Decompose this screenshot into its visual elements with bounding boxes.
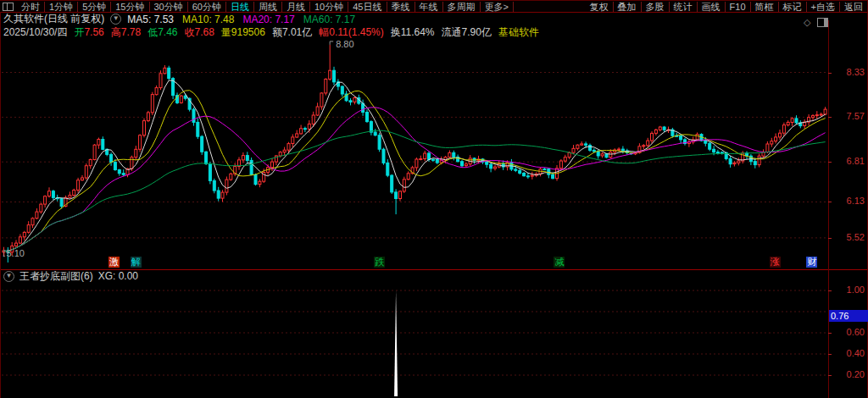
quote-bar: 2025/10/30/四 开7.56高7.78低7.46收7.68量919506… — [3, 26, 539, 39]
stock-title: 久其软件(日线 前复权) — [3, 12, 104, 26]
toolbar-button-5[interactable]: F10 — [726, 2, 751, 12]
sub-indicator-value: XG: 0.00 — [98, 270, 138, 282]
axis-tick — [828, 162, 832, 163]
sub-indicator-title: 王者抄底副图(6) — [19, 269, 93, 284]
toolbar-button-2[interactable]: 多股 — [642, 2, 670, 12]
indicator-axis-label: 0.40 — [831, 348, 865, 358]
candlestick-plot[interactable] — [0, 40, 828, 269]
stock-app-window: 分时1分钟5分钟15分钟30分钟60分钟日线周线月线10分钟45日线季线年线多周… — [0, 0, 868, 398]
toolbar-button-6[interactable]: 简框 — [751, 2, 779, 12]
low-price-marker: ↓5.10 — [2, 249, 25, 258]
highlighted-axis-value: 0.76 — [829, 310, 868, 322]
quote-field: 额7.01亿 — [272, 25, 312, 40]
chevron-down-icon[interactable]: ▼ — [3, 271, 14, 282]
toolbar-button-7[interactable]: 标记 — [779, 2, 807, 12]
period-tabs: 分时1分钟5分钟15分钟30分钟60分钟日线周线月线10分钟45日线季线年线多周… — [17, 2, 514, 12]
signal-marker: 解 — [131, 257, 142, 268]
price-axis-label: 8.33 — [831, 67, 865, 77]
period-tab-4[interactable]: 30分钟 — [150, 2, 188, 12]
signal-marker: 减 — [554, 257, 565, 268]
signal-marker: 跌 — [374, 257, 385, 268]
axis-tick — [828, 202, 832, 202]
diamond-icon[interactable]: ◇ — [804, 18, 810, 27]
signal-marker: 激 — [108, 257, 120, 268]
indicator-axis-label: 1.00 — [831, 285, 865, 295]
corner-icons: ◇ — [804, 18, 828, 27]
quote-field: 量919506 — [221, 25, 265, 40]
period-toolbar: 分时1分钟5分钟15分钟30分钟60分钟日线周线月线10分钟45日线季线年线多周… — [0, 0, 868, 13]
period-tab-8[interactable]: 月线 — [282, 2, 310, 12]
sector-link[interactable]: 基础软件 — [498, 25, 539, 40]
sub-indicator-chart[interactable] — [0, 283, 828, 398]
period-tab-0[interactable]: 分时 — [17, 2, 45, 12]
toolbar-button-4[interactable]: 画线 — [698, 2, 726, 12]
period-tab-14[interactable]: 更多> — [481, 2, 514, 12]
chevron-down-icon[interactable]: ▼ — [110, 14, 121, 25]
signal-marker: 财 — [806, 257, 817, 268]
period-tab-1[interactable]: 1分钟 — [45, 2, 78, 12]
period-tab-13[interactable]: 多周期 — [443, 2, 481, 12]
toolbar-button-0[interactable]: 复权 — [586, 2, 614, 12]
price-axis-label: 6.81 — [831, 156, 865, 166]
quote-fields: 开7.56高7.78低7.46收7.68量919506额7.01亿幅0.11(1… — [74, 25, 492, 40]
main-candlestick-chart[interactable] — [0, 40, 828, 269]
toolbar-button-1[interactable]: 叠加 — [614, 2, 642, 12]
toolbar-button-9[interactable]: 返回 — [840, 2, 868, 12]
axis-tick — [828, 354, 832, 355]
toolbar-button-8[interactable]: +自选 — [807, 2, 840, 12]
split-view-icon[interactable] — [817, 18, 828, 27]
layout-icon[interactable] — [3, 3, 14, 11]
ma-value: MA5: 7.53 — [127, 14, 174, 25]
ma-value: MA60: 7.17 — [303, 14, 355, 25]
axis-tick — [828, 73, 832, 74]
period-tab-6[interactable]: 日线 — [226, 2, 254, 12]
period-tab-9[interactable]: 10分钟 — [310, 2, 348, 12]
period-tab-10[interactable]: 45日线 — [348, 2, 387, 12]
quote-field: 收7.68 — [184, 25, 214, 40]
axis-tick — [828, 117, 832, 118]
period-tab-12[interactable]: 年线 — [415, 2, 443, 12]
signal-marker: 涨 — [770, 257, 781, 268]
quote-field: 高7.78 — [111, 25, 141, 40]
indicator-axis-label: 0.60 — [831, 327, 865, 337]
high-price-marker: 8.80 — [336, 40, 353, 49]
sub-indicator-header: ▼ 王者抄底副图(6) XG: 0.00 — [3, 270, 138, 282]
ma-value: MA20: 7.17 — [242, 14, 294, 25]
quote-field: 换11.64% — [391, 25, 435, 40]
left-border — [0, 12, 1, 398]
axis-tick — [828, 290, 832, 291]
price-axis-label: 5.52 — [831, 232, 865, 242]
axis-separator — [828, 20, 829, 398]
period-tab-7[interactable]: 周线 — [254, 2, 282, 12]
info-bar: 久其软件(日线 前复权) ▼ MA5: 7.53MA10: 7.48MA20: … — [3, 13, 355, 25]
toolbar-button-3[interactable]: 统计 — [670, 2, 698, 12]
quote-field: 幅0.11(1.45%) — [319, 25, 383, 40]
price-axis-label: 6.13 — [831, 196, 865, 206]
ma-values: MA5: 7.53MA10: 7.48MA20: 7.17MA60: 7.17 — [127, 14, 355, 25]
price-axis-label: 7.57 — [831, 111, 865, 121]
quote-field: 低7.46 — [147, 25, 177, 40]
quote-field: 流通7.90亿 — [442, 25, 492, 40]
indicator-axis-label: 0.20 — [831, 369, 865, 379]
period-tab-3[interactable]: 15分钟 — [111, 2, 149, 12]
axis-tick — [828, 333, 832, 334]
quote-field: 开7.56 — [74, 25, 103, 40]
ma-value: MA10: 7.48 — [182, 14, 234, 25]
quote-date: 2025/10/30/四 — [3, 25, 67, 40]
toolbar-buttons: 复权叠加多股统计画线F10简框标记+自选返回 — [586, 2, 868, 12]
period-tab-11[interactable]: 季线 — [387, 2, 415, 12]
period-tab-2[interactable]: 5分钟 — [78, 2, 111, 12]
indicator-plot[interactable] — [0, 283, 828, 398]
axis-tick — [828, 238, 832, 239]
axis-tick — [828, 375, 832, 376]
period-tab-5[interactable]: 60分钟 — [188, 2, 226, 12]
